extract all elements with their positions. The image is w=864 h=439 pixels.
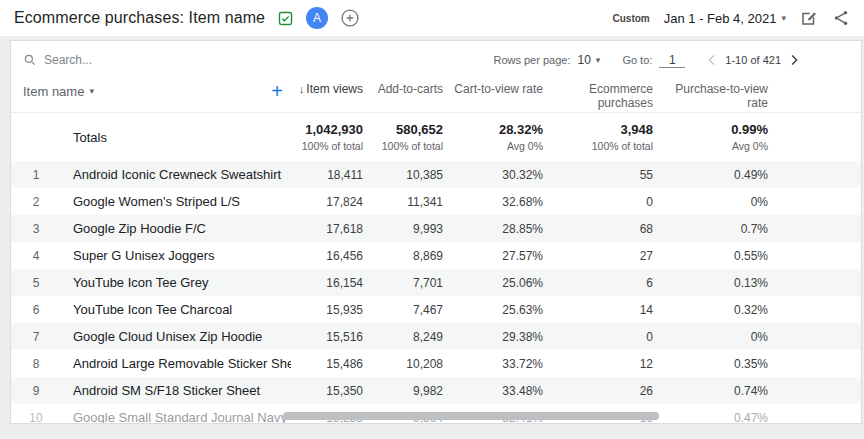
- metric-cell: 0%: [661, 330, 776, 344]
- metric-cell: 33.48%: [451, 384, 551, 398]
- metric-cell: 68: [551, 222, 661, 236]
- totals-value: 1,042,930: [291, 122, 363, 137]
- dimension-header-label: Item name: [23, 84, 84, 99]
- date-range-text: Jan 1 - Feb 4, 2021: [664, 11, 777, 26]
- item-name-cell: Super G Unisex Joggers: [61, 248, 291, 263]
- totals-subvalue: 100% of total: [551, 140, 653, 152]
- totals-ecommerce-purchases: 3,948 100% of total: [551, 122, 661, 152]
- row-index: 7: [11, 330, 61, 344]
- metric-cell: 27: [551, 249, 661, 263]
- metric-cell: 10,385: [371, 168, 451, 182]
- metric-cell: 0.13%: [661, 276, 776, 290]
- totals-value: 28.32%: [451, 122, 543, 137]
- table-row[interactable]: 2Google Women's Striped L/S17,82411,3413…: [11, 188, 861, 215]
- metric-cell: 0.55%: [661, 249, 776, 263]
- metric-cell: 8,869: [371, 249, 451, 263]
- metric-cell: 0: [551, 330, 661, 344]
- metric-cell: 8,249: [371, 330, 451, 344]
- metric-cell: 15,935: [291, 303, 371, 317]
- go-to-input[interactable]: [659, 53, 685, 68]
- metric-cell: 0.47%: [661, 411, 776, 425]
- search-input[interactable]: [44, 53, 214, 67]
- row-index: 3: [11, 222, 61, 236]
- item-name-cell: Google Women's Striped L/S: [61, 194, 291, 209]
- metric-cell: 7,467: [371, 303, 451, 317]
- row-index: 2: [11, 195, 61, 209]
- edit-comparisons-icon[interactable]: [800, 9, 818, 27]
- totals-subvalue: 100% of total: [291, 140, 363, 152]
- page-title: Ecommerce purchases: Item name: [14, 9, 265, 27]
- metric-cell: 25.63%: [451, 303, 551, 317]
- table-row[interactable]: 7Google Cloud Unisex Zip Hoodie15,5168,2…: [11, 323, 861, 350]
- item-name-cell: Google Cloud Unisex Zip Hoodie: [61, 329, 291, 344]
- table-body: 1Android Iconic Crewneck Sweatshirt18,41…: [11, 161, 861, 424]
- top-header: Ecommerce purchases: Item name A Custom …: [0, 0, 864, 36]
- metric-cell: 28.85%: [451, 222, 551, 236]
- column-header-purchase-to-view-rate[interactable]: Purchase-to-view rate: [661, 82, 776, 110]
- row-index: 1: [11, 168, 61, 182]
- metric-cell: 16,154: [291, 276, 371, 290]
- comparison-chip-avatar[interactable]: A: [306, 7, 328, 29]
- metric-cell: 7,701: [371, 276, 451, 290]
- date-range-type-label: Custom: [612, 13, 649, 24]
- rows-per-page-select[interactable]: 10 ▾: [577, 53, 600, 67]
- totals-add-to-carts: 580,652 100% of total: [371, 122, 451, 152]
- table-row[interactable]: 5YouTube Icon Tee Grey16,1547,70125.06%6…: [11, 269, 861, 296]
- totals-value: 0.99%: [661, 122, 768, 137]
- dimension-header-cell: Item name ▾ +: [11, 82, 291, 100]
- totals-subvalue: Avg 0%: [451, 140, 543, 152]
- metric-cell: 0%: [661, 195, 776, 209]
- metric-cell: 9,982: [371, 384, 451, 398]
- date-range-selector[interactable]: Jan 1 - Feb 4, 2021 ▾: [664, 11, 786, 26]
- horizontal-scrollbar[interactable]: [283, 412, 659, 420]
- item-name-cell: Android Large Removable Sticker Sheet: [61, 356, 291, 371]
- row-index: 5: [11, 276, 61, 290]
- chevron-down-icon: ▾: [89, 86, 94, 96]
- column-header-cart-to-view-rate[interactable]: Cart-to-view rate: [451, 82, 551, 96]
- metric-cell: 0.49%: [661, 168, 776, 182]
- metric-cell: 9,993: [371, 222, 451, 236]
- metric-cell: 0.7%: [661, 222, 776, 236]
- add-comparison-icon[interactable]: [340, 8, 360, 28]
- metric-cell: 0.35%: [661, 357, 776, 371]
- table-row[interactable]: 3Google Zip Hoodie F/C17,6189,99328.85%6…: [11, 215, 861, 242]
- column-header-ecommerce-purchases[interactable]: Ecommerce purchases: [551, 82, 661, 110]
- sort-desc-icon: ↓: [299, 83, 305, 95]
- totals-item-views: 1,042,930 100% of total: [291, 122, 371, 152]
- table-row[interactable]: 6YouTube Icon Tee Charcoal15,9357,46725.…: [11, 296, 861, 323]
- table-row[interactable]: 9Android SM S/F18 Sticker Sheet15,3509,9…: [11, 377, 861, 404]
- metric-cell: 10,208: [371, 357, 451, 371]
- metric-cell: 17,824: [291, 195, 371, 209]
- rows-per-page-label: Rows per page:: [493, 54, 570, 66]
- report-verified-icon: [277, 10, 294, 27]
- report-table-card: Rows per page: 10 ▾ Go to: 1-10 of 421: [10, 40, 862, 424]
- metric-cell: 33.72%: [451, 357, 551, 371]
- totals-subvalue: Avg 0%: [661, 140, 768, 152]
- metric-cell: 32.68%: [451, 195, 551, 209]
- column-header-add-to-carts[interactable]: Add-to-carts: [371, 82, 451, 96]
- pagination-range: 1-10 of 421: [725, 54, 781, 66]
- add-metric-icon[interactable]: +: [271, 82, 283, 100]
- metric-cell: 15,486: [291, 357, 371, 371]
- table-row[interactable]: 8Android Large Removable Sticker Sheet15…: [11, 350, 861, 377]
- row-index: 4: [11, 249, 61, 263]
- dimension-header[interactable]: Item name ▾: [23, 84, 94, 99]
- item-name-cell: Android SM S/F18 Sticker Sheet: [61, 383, 291, 398]
- metric-cell: 29.38%: [451, 330, 551, 344]
- share-icon[interactable]: [832, 9, 850, 27]
- item-name-cell: YouTube Icon Tee Charcoal: [61, 302, 291, 317]
- metric-cell: 55: [551, 168, 661, 182]
- header-left: Ecommerce purchases: Item name A: [14, 7, 360, 29]
- column-header-item-views[interactable]: ↓Item views: [291, 82, 371, 96]
- table-row[interactable]: 1Android Iconic Crewneck Sweatshirt18,41…: [11, 161, 861, 188]
- metric-cell: 0: [551, 195, 661, 209]
- chevron-right-icon[interactable]: [785, 51, 803, 69]
- table-row[interactable]: 4Super G Unisex Joggers16,4568,86927.57%…: [11, 242, 861, 269]
- search-box[interactable]: [23, 53, 243, 67]
- metric-cell: 16,456: [291, 249, 371, 263]
- item-name-cell: Google Small Standard Journal Navy: [61, 410, 291, 424]
- column-header-label: Item views: [306, 82, 363, 96]
- chevron-left-icon[interactable]: [703, 51, 721, 69]
- totals-cart-to-view-rate: 28.32% Avg 0%: [451, 122, 551, 152]
- item-name-cell: Android Iconic Crewneck Sweatshirt: [61, 167, 291, 182]
